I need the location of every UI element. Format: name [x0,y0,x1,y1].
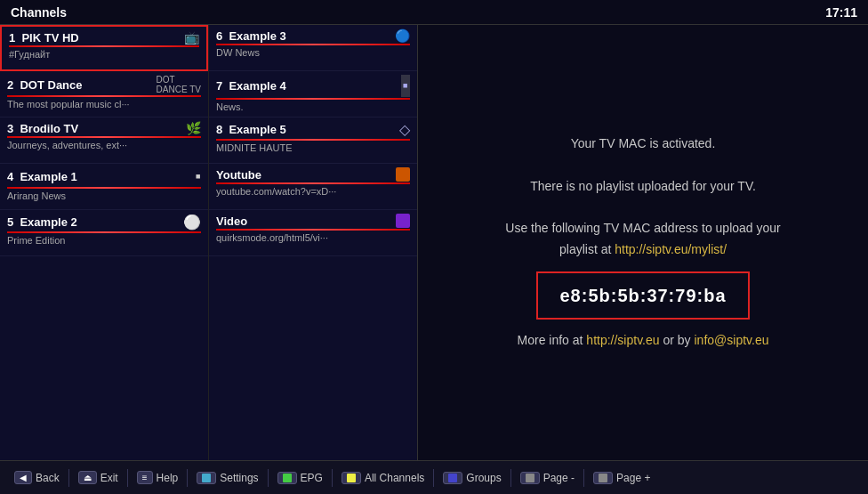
channel-item-8[interactable]: 8 Example 5 ◇ MIDNITE HAUTE [209,117,417,164]
toolbar-epg[interactable]: EPG [270,472,330,484]
info-panel: Your TV MAC is activated. There is no pl… [418,25,868,460]
channel-icon-4: ▪ [196,167,201,186]
channel-separator-6 [216,44,410,45]
groups-key [443,472,462,484]
channel-separator-4 [7,187,201,189]
channel-sub-video: quirksmode.org/html5/vi··· [216,232,410,243]
channel-separator-video [216,229,410,231]
channel-sub-3: Journeys, adventures, ext··· [7,140,201,150]
channel-icon-8: ◇ [399,121,410,138]
channel-item-3[interactable]: 3 Brodilo TV 🌿 Journeys, adventures, ext… [0,117,208,164]
channel-separator-8 [216,139,410,141]
channel-sub-8: MIDNITE HAUTE [216,142,410,153]
toolbar: ◀ Back ⏏ Exit ≡ Help Settings EPG [0,460,868,494]
channel-sub-6: DW News [216,47,410,58]
channel-sub-2: The most popular music cl··· [7,99,201,109]
channel-name-4: 4 Example 1 [7,170,77,183]
channel-icon-3: 🌿 [186,121,201,135]
sep-6 [433,469,434,487]
channel-name-5: 5 Example 2 [7,215,77,229]
channel-icon-7: ▪ [401,75,410,97]
toolbar-exit[interactable]: ⏏ Exit [71,471,125,484]
groups-label: Groups [466,472,501,484]
sep-5 [332,469,333,487]
toolbar-all-channels[interactable]: All Channels [334,472,431,484]
channel-sub-7: News. [216,101,410,112]
epg-label: EPG [301,472,323,484]
channel-name-3: 3 Brodilo TV [7,122,78,135]
channel-item-1[interactable]: 1 PIK TV HD 📺 #Гуднайт [0,25,208,71]
channel-sub-4: Arirang News [7,190,201,201]
page-minus-key [520,472,540,484]
channel-icon-1: 📺 [184,30,199,45]
channel-item-4[interactable]: 4 Example 1 ▪ Arirang News [0,164,208,210]
channel-separator-3 [7,136,201,138]
channel-item-youtube[interactable]: Youtube youtube.com/watch?v=xD··· [209,164,417,210]
exit-label: Exit [100,472,118,484]
channel-item-5[interactable]: 5 Example 2 ⚪ Prime Edition [0,210,208,256]
help-key: ≡ [137,471,153,484]
settings-label: Settings [220,472,258,484]
channel-icon-video [396,214,410,228]
mac-address-box: e8:5b:5b:37:79:ba [536,271,749,320]
toolbar-help[interactable]: ≡ Help [130,471,186,484]
info-link3[interactable]: info@siptv.eu [694,333,768,347]
channel-item-video[interactable]: Video quirksmode.org/html5/vi··· [209,210,417,256]
channel-icon-6: 🔵 [395,28,410,43]
help-label: Help [157,472,179,484]
channel-name-youtube: Youtube [216,168,261,182]
sep-3 [187,469,188,487]
channel-icon-youtube [396,167,410,182]
exit-key: ⏏ [78,471,97,484]
channel-item-7[interactable]: 7 Example 4 ▪ News. [209,71,417,117]
sep-8 [583,469,584,487]
channel-separator-2 [7,95,201,97]
back-label: Back [36,472,60,484]
sep-2 [127,469,128,487]
info-line6-text: or by [663,333,690,347]
info-link1[interactable]: http://siptv.eu/mylist/ [615,242,727,256]
channel-separator-youtube [216,182,410,184]
info-line5-text: More info at [518,333,583,347]
settings-key [197,472,216,484]
channel-sub-5: Prime Edition [7,235,201,246]
info-link2[interactable]: http://siptv.eu [586,333,659,347]
main-content: 1 PIK TV HD 📺 #Гуднайт 2 DOT Dance DOTDA… [0,25,868,460]
channel-name-1: 1 PIK TV HD [9,31,79,45]
channel-item-6[interactable]: 6 Example 3 🔵 DW News [209,25,417,71]
header-time: 17:11 [825,5,857,20]
all-channels-label: All Channels [365,472,424,484]
channel-name-2: 2 DOT Dance [7,78,83,92]
sep-7 [510,469,511,487]
channel-separator-1 [9,45,199,47]
left-channel-column: 1 PIK TV HD 📺 #Гуднайт 2 DOT Dance DOTDA… [0,25,209,460]
info-line3: Use the following TV MAC address to uplo… [505,218,780,261]
toolbar-page-plus[interactable]: Page + [586,472,657,484]
channel-name-8: 8 Example 5 [216,123,286,136]
back-key: ◀ [14,471,32,484]
channel-item-2[interactable]: 2 DOT Dance DOTDANCE TV The most popular… [0,71,208,117]
toolbar-groups[interactable]: Groups [436,472,508,484]
right-channel-column: 6 Example 3 🔵 DW News 7 Example 4 ▪ News… [209,25,417,460]
toolbar-back[interactable]: ◀ Back [7,471,67,484]
channel-sub-1: #Гуднайт [9,49,199,60]
info-line2: There is no playlist uploaded for your T… [505,176,780,198]
channel-name-7: 7 Example 4 [216,79,286,93]
info-line1: Your TV MAC is activated. [505,134,780,155]
channel-icon-5: ⚪ [183,214,201,231]
epg-key [277,472,297,484]
page-minus-label: Page - [543,472,575,484]
channel-name-video: Video [216,215,247,228]
header-title: Channels [11,5,67,20]
channel-separator-5 [7,231,201,233]
info-line4-text: playlist at [559,242,611,256]
toolbar-settings[interactable]: Settings [189,472,265,484]
sep-1 [68,469,69,487]
channel-sub-youtube: youtube.com/watch?v=xD··· [216,186,410,197]
header: Channels 17:11 [0,0,868,25]
info-line3-text: Use the following TV MAC address to uplo… [505,221,780,235]
channels-columns: 1 PIK TV HD 📺 #Гуднайт 2 DOT Dance DOTDA… [0,25,417,460]
channel-icon-2: DOTDANCE TV [157,75,201,94]
toolbar-page-minus[interactable]: Page - [513,472,582,484]
page-plus-key [593,472,613,484]
